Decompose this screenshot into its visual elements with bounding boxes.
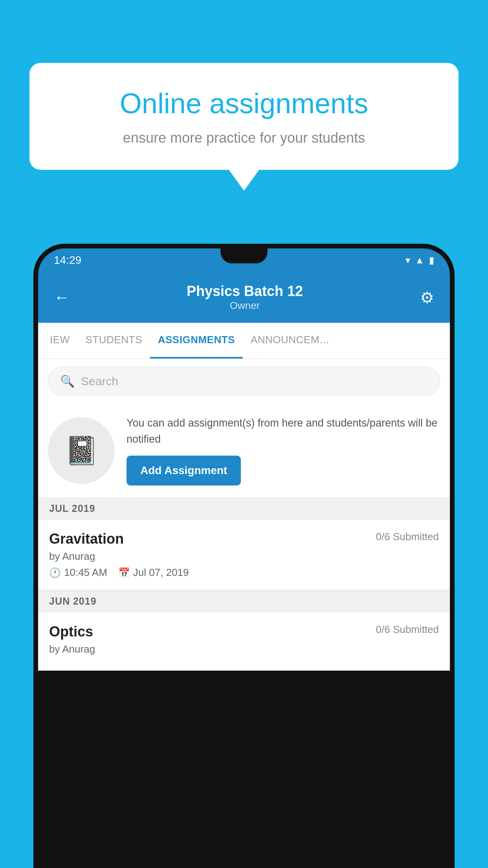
speech-bubble-arrow (228, 169, 260, 191)
header-subtitle: Owner (70, 300, 420, 312)
assignment-submitted: 0/6 Submitted (376, 531, 439, 543)
optics-name: Optics (49, 623, 93, 640)
back-button[interactable]: ← (54, 289, 70, 306)
tab-iew[interactable]: IEW (42, 323, 78, 359)
tab-students[interactable]: STUDENTS (78, 323, 150, 359)
assignment-time: 10:45 AM (64, 566, 107, 579)
search-placeholder: Search (81, 375, 118, 388)
header-title: Physics Batch 12 (70, 283, 420, 300)
gear-icon[interactable]: ⚙ (420, 289, 434, 307)
tab-assignments[interactable]: ASSIGNMENTS (150, 323, 243, 359)
speech-bubble: Online assignments ensure more practice … (29, 63, 459, 170)
promo-text-block: You can add assignment(s) from here and … (127, 415, 440, 485)
app-header: ← Physics Batch 12 Owner ⚙ (38, 272, 450, 323)
calendar-icon: 📅 (118, 567, 130, 578)
assignment-meta: 🕐 10:45 AM 📅 Jul 07, 2019 (49, 566, 439, 579)
tab-announcements[interactable]: ANNOUNCEM… (243, 323, 338, 359)
optics-by: by Anurag (49, 643, 439, 655)
phone-inner: 14:29 ▾ ▲ ▮ ← Physics Batch 12 Owner ⚙ I… (38, 248, 450, 868)
search-bar-container: 🔍 Search (38, 359, 450, 403)
wifi-icon: ▾ (405, 255, 410, 266)
battery-icon: ▮ (429, 255, 434, 266)
notebook-icon: 📓 (64, 434, 99, 467)
optics-submitted: 0/6 Submitted (376, 623, 439, 636)
section-month-label: JUL 2019 (49, 503, 95, 514)
assignment-date: Jul 07, 2019 (133, 566, 189, 579)
speech-bubble-container: Online assignments ensure more practice … (29, 63, 459, 191)
speech-bubble-subtitle: ensure more practice for your students (57, 130, 431, 146)
assignment-date-item: 📅 Jul 07, 2019 (118, 566, 189, 579)
signal-icon: ▲ (415, 255, 424, 266)
tabs-bar: IEW STUDENTS ASSIGNMENTS ANNOUNCEM… (38, 323, 450, 359)
promo-section: 📓 You can add assignment(s) from here an… (38, 403, 450, 497)
promo-description: You can add assignment(s) from here and … (127, 415, 440, 447)
section-jun-2019: JUN 2019 (38, 590, 450, 612)
status-icons: ▾ ▲ ▮ (405, 255, 434, 266)
assignment-row-top: Gravitation 0/6 Submitted (49, 531, 439, 547)
search-bar[interactable]: 🔍 Search (48, 367, 440, 395)
speech-bubble-title: Online assignments (57, 86, 431, 120)
assignment-name: Gravitation (49, 531, 124, 547)
optics-row-top: Optics 0/6 Submitted (49, 623, 439, 640)
assignment-by: by Anurag (49, 550, 439, 563)
assignment-item-gravitation[interactable]: Gravitation 0/6 Submitted by Anurag 🕐 10… (38, 520, 450, 590)
section-jul-2019: JUL 2019 (38, 497, 450, 520)
add-assignment-button[interactable]: Add Assignment (127, 456, 241, 485)
assignment-item-optics[interactable]: Optics 0/6 Submitted by Anurag (38, 612, 450, 671)
assignment-time-item: 🕐 10:45 AM (49, 566, 107, 579)
status-bar: 14:29 ▾ ▲ ▮ (38, 248, 450, 272)
section-month-label-jun: JUN 2019 (49, 596, 97, 607)
search-icon: 🔍 (60, 374, 75, 388)
promo-icon-circle: 📓 (48, 417, 115, 484)
header-title-block: Physics Batch 12 Owner (70, 283, 420, 312)
notch (220, 248, 268, 263)
clock-icon: 🕐 (49, 567, 61, 578)
app-content: 🔍 Search 📓 You can add assignment(s) fro… (38, 359, 450, 671)
status-time: 14:29 (54, 254, 81, 267)
phone-frame: 14:29 ▾ ▲ ▮ ← Physics Batch 12 Owner ⚙ I… (33, 244, 455, 868)
